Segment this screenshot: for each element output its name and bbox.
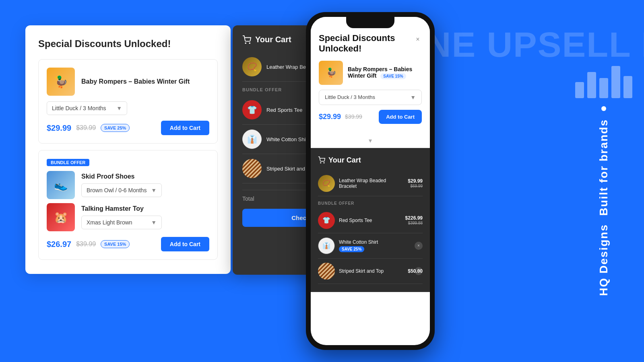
cart-item-striped-image	[242, 159, 262, 178]
cart-item-red-tee-image: 👕	[242, 100, 262, 119]
phone-variant-select[interactable]: Little Duck / 3 Months ▼	[319, 90, 422, 105]
dot-indicator	[601, 106, 606, 111]
phone-price-current: $29.99	[319, 113, 341, 121]
cart-item-bracelet-image: 📿	[242, 57, 262, 76]
cart-item-red-tee-name: Red Sports Tee	[266, 107, 302, 113]
product2-add-to-cart-button[interactable]: Add to Cart	[161, 237, 209, 251]
phone-close-button[interactable]: ×	[413, 35, 423, 44]
product2b-name: Talking Hamster Toy	[81, 205, 162, 212]
bar-5	[623, 76, 632, 98]
phone-remove-white-shirt-button[interactable]: ×	[415, 242, 423, 250]
phone-cart-red-tee-name: Red Sports Tee	[339, 218, 401, 223]
bar-1	[575, 82, 584, 98]
left-discount-panel: Special Discounts Unlocked! 🦆 Baby Rompe…	[25, 25, 231, 274]
product1-variant-label: Little Duck / 3 Months	[52, 105, 106, 111]
bar-4	[611, 66, 620, 98]
branding-text-1: Built for brands	[597, 119, 610, 216]
product1-name: Baby Rompers – Babies Winter Gift	[81, 78, 190, 85]
phone-section-divider: ▾	[311, 134, 430, 148]
product1-variant-select[interactable]: Little Duck / 3 Months ▼	[47, 101, 127, 115]
phone-cart-title: Your Cart	[328, 156, 361, 165]
phone-variant-chevron-icon: ▼	[410, 94, 416, 101]
product1-save-badge: SAVE 25%	[101, 124, 130, 132]
phone-cart-bracelet-image: 📿	[318, 175, 335, 192]
phone-cart-white-shirt-name: White Cotton Shirt	[339, 239, 423, 245]
bundle-badge: BUNDLE OFFER	[47, 159, 89, 166]
product-card-2-bundle: BUNDLE OFFER 👟 Skid Proof Shoes Brown Ow…	[38, 150, 218, 260]
phone-screen: × Special Discounts Unlocked! 🦆 Baby Rom…	[311, 17, 430, 345]
phone-price-original: $39.99	[345, 113, 362, 120]
right-branding-panel: Built for brands HQ Designs	[564, 0, 644, 362]
phone-divider-chevron-icon: ▾	[369, 137, 372, 144]
phone-cart-header: Your Cart	[318, 156, 423, 165]
product2a-variant-label: Brown Owl / 0-6 Months	[87, 187, 147, 193]
phone-cart-bracelet-name: Leather Wrap Beaded Bracelet	[339, 178, 404, 189]
phone-add-to-cart-button[interactable]: Add to Cart	[379, 110, 422, 124]
product2b-variant-select[interactable]: Xmas Light Brown ▼	[81, 216, 162, 229]
phone-cart-red-tee-orig: $399.88	[405, 221, 423, 225]
phone-notch	[346, 17, 394, 28]
product2a-chevron-icon: ▼	[151, 187, 157, 193]
product2a-variant-select[interactable]: Brown Owl / 0-6 Months ▼	[81, 183, 162, 197]
bar-chart-decoration	[575, 66, 632, 98]
cart-total-label: Total	[242, 195, 254, 202]
branding-text-2: HQ Designs	[597, 224, 610, 296]
cart-item-white-shirt-name: White Cotton Shirt	[266, 136, 309, 142]
cart-title: Your Cart	[255, 35, 291, 44]
phone-save-badge: SAVE 15%	[380, 73, 406, 79]
phone-cart-item-red-tee: 👕 Red Sports Tee $226.99 $399.88	[318, 208, 423, 233]
product1-image: 🦆	[47, 68, 75, 96]
bar-2	[587, 72, 596, 98]
phone-remove-striped-button[interactable]: ×	[415, 267, 423, 275]
phone-panel-title: Special Discounts Unlocked!	[319, 33, 422, 54]
phone-cart-red-tee-price: $226.99	[405, 215, 423, 221]
phone-mockup: × Special Discounts Unlocked! 🦆 Baby Rom…	[306, 12, 435, 350]
product1-price-current: $29.99	[47, 123, 71, 133]
phone-cart-section: Your Cart 📿 Leather Wrap Beaded Bracelet…	[311, 148, 430, 292]
phone-product-row: 🦆 Baby Rompers – Babies Winter Gift SAVE…	[319, 61, 422, 85]
svg-point-0	[245, 43, 246, 43]
phone-cart-item-bracelet: 📿 Leather Wrap Beaded Bracelet $29.99 $6…	[318, 171, 423, 196]
phone-cart-bracelet-orig: $69.99	[408, 184, 423, 188]
svg-point-3	[324, 162, 324, 163]
phone-product-name: Baby Rompers – Babies Winter Gift SAVE 1…	[348, 66, 422, 79]
product2-price-current: $26.97	[47, 240, 71, 249]
phone-variant-label: Little Duck / 3 Months	[325, 94, 375, 100]
cart-item-white-shirt-image: 👔	[242, 130, 262, 149]
phone-cart-striped-image	[318, 263, 335, 280]
phone-bundle-save-badge: SAVE 25%	[339, 246, 364, 252]
phone-discount-section: × Special Discounts Unlocked! 🦆 Baby Rom…	[311, 17, 430, 134]
product2-price-original: $39.99	[76, 241, 96, 248]
product-card-1: 🦆 Baby Rompers – Babies Winter Gift Litt…	[38, 59, 218, 144]
product2a-image: 👟	[47, 171, 75, 199]
product2a-name: Skid Proof Shoes	[81, 173, 162, 180]
phone-cart-item-striped: Striped Skirt and Top $50.00 ×	[318, 259, 423, 284]
cart-icon	[242, 35, 251, 44]
phone-cart-red-tee-image: 👕	[318, 212, 335, 229]
phone-cart-bracelet-price: $29.99	[408, 178, 423, 184]
phone-bundle-label: BUNDLE OFFER	[318, 201, 423, 206]
left-panel-title: Special Discounts Unlocked!	[38, 38, 218, 49]
phone-cart-white-shirt-image: 👔	[318, 237, 335, 254]
svg-point-1	[249, 43, 250, 43]
phone-cart-icon	[318, 156, 325, 164]
svg-point-2	[320, 162, 321, 163]
product2b-variant-label: Xmas Light Brown	[87, 219, 132, 226]
phone-cart-striped-name: Striped Skirt and Top	[339, 268, 404, 274]
bar-3	[599, 78, 608, 98]
phone-price-row: $29.99 $39.99 Add to Cart	[319, 110, 422, 124]
product2b-image: 🐹	[47, 203, 75, 231]
product2b-chevron-icon: ▼	[151, 219, 157, 226]
product1-add-to-cart-button[interactable]: Add to Cart	[161, 121, 209, 135]
phone-product-image: 🦆	[319, 61, 343, 85]
product1-price-original: $39.99	[76, 124, 96, 132]
product2-save-badge: SAVE 15%	[101, 240, 130, 248]
phone-cart-item-white-shirt: 👔 White Cotton Shirt SAVE 25% ×	[318, 233, 423, 259]
product1-chevron-icon: ▼	[116, 105, 122, 111]
